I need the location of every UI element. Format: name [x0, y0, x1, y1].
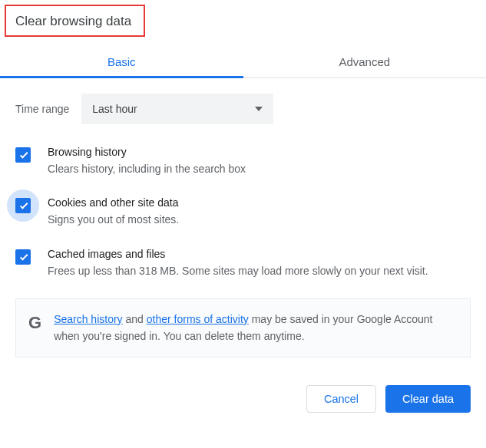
tab-basic-label: Basic — [107, 55, 136, 68]
option-cookies: Cookies and other site data Signs you ou… — [15, 196, 471, 227]
option-browsing-history: Browsing history Clears history, includi… — [15, 146, 471, 176]
dialog-title: Clear browsing data — [15, 14, 131, 29]
clear-browsing-data-dialog: Clear browsing data Basic Advanced Time … — [0, 0, 486, 425]
tab-advanced-label: Advanced — [339, 55, 390, 68]
option-desc: Clears history, including in the search … — [48, 161, 471, 176]
dialog-content: Time range Last hour Browsing history Cl… — [0, 78, 486, 357]
checkbox-wrap — [15, 147, 31, 163]
info-text: Search history and other forms of activi… — [54, 311, 458, 344]
browsing-history-checkbox[interactable] — [15, 147, 31, 163]
option-title: Browsing history — [48, 146, 471, 158]
time-range-row: Time range Last hour — [15, 94, 471, 124]
dialog-footer: Cancel Clear data — [0, 357, 486, 425]
tab-advanced[interactable]: Advanced — [243, 44, 487, 77]
option-desc: Signs you out of most sites. — [48, 212, 471, 227]
cancel-button[interactable]: Cancel — [306, 385, 376, 413]
clear-data-button[interactable]: Clear data — [385, 385, 471, 413]
option-desc: Frees up less than 318 MB. Some sites ma… — [48, 263, 471, 278]
checkmark-icon — [19, 150, 28, 159]
search-history-link[interactable]: Search history — [54, 313, 122, 325]
option-title: Cached images and files — [48, 248, 471, 260]
google-logo-icon: G — [28, 315, 41, 331]
time-range-label: Time range — [15, 103, 69, 115]
google-account-info: G Search history and other forms of acti… — [15, 298, 471, 357]
option-text: Cookies and other site data Signs you ou… — [48, 196, 471, 227]
tabs: Basic Advanced — [0, 44, 486, 78]
option-text: Browsing history Clears history, includi… — [48, 146, 471, 176]
cookies-checkbox[interactable] — [15, 198, 31, 213]
checkmark-icon — [19, 252, 28, 261]
info-mid: and — [123, 313, 147, 325]
option-cache: Cached images and files Frees up less th… — [15, 248, 471, 278]
time-range-select[interactable]: Last hour — [81, 94, 273, 124]
checkbox-wrap — [15, 198, 31, 213]
tab-basic[interactable]: Basic — [0, 44, 243, 77]
checkbox-wrap — [15, 249, 31, 265]
time-range-value: Last hour — [92, 103, 137, 115]
option-title: Cookies and other site data — [48, 196, 471, 209]
cache-checkbox[interactable] — [15, 249, 31, 265]
dialog-title-highlight: Clear browsing data — [5, 5, 145, 37]
checkmark-icon — [19, 201, 28, 209]
caret-down-icon — [255, 107, 263, 111]
option-text: Cached images and files Frees up less th… — [48, 248, 471, 278]
other-activity-link[interactable]: other forms of activity — [147, 313, 249, 325]
